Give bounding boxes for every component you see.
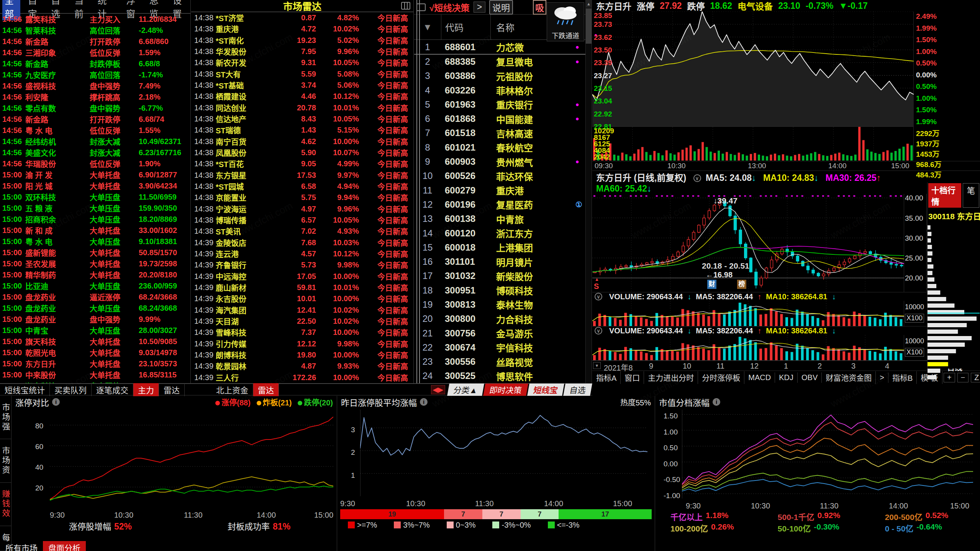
radar-row[interactable]: 14:39雪峰科技7.3710.00%今日新高 — [191, 327, 413, 338]
intraday-chart[interactable]: 23.8523.7323.6223.5023.3923.2723.1523.04… — [592, 11, 914, 126]
time-tick[interactable]: 13:00 — [748, 162, 766, 170]
stock-row[interactable]: 22300674宇信科技 — [414, 340, 585, 354]
indicator-tab-3[interactable]: 分时涨停板 — [698, 371, 744, 384]
radar-row[interactable]: 14:38*ST百花9.054.99%今日新高 — [191, 158, 413, 169]
ten-level-tab[interactable]: 十档行情 — [928, 183, 961, 208]
indicator-tab-1[interactable]: 窗口 — [621, 371, 644, 384]
right-tab-0[interactable]: 分类▲ — [447, 384, 484, 396]
time-tick[interactable]: 14:00 — [828, 162, 847, 170]
stock-row[interactable]: 7601518吉林高速 — [414, 126, 585, 140]
collapse-chevron-icon[interactable]: ∨ — [693, 174, 701, 182]
alert-row[interactable]: 14:56新金路打开跌停6.68/860 — [0, 36, 190, 47]
stock-row[interactable]: 14600120浙江东方 — [414, 226, 585, 240]
stock-row[interactable]: 10600526菲达环保 — [414, 169, 585, 183]
alert-row[interactable]: 15:00旗天科技大单托盘10.50/9085 — [0, 336, 190, 347]
stock-row[interactable]: 4603226菲林格尔 — [414, 83, 585, 97]
alert-row[interactable]: 14:56盛视科技盘中强势7.49% — [0, 80, 190, 92]
alert-row[interactable]: 15:00比亚迪大单压盘236.00/959 — [0, 280, 190, 292]
radar-row[interactable]: 14:38京能置业5.759.94%今日新高 — [191, 192, 413, 203]
info-marker-icon[interactable]: ① — [575, 200, 585, 209]
limit-compare-chart[interactable]: 80604020 — [11, 410, 337, 510]
all-markets-tab[interactable]: 所有市场 — [0, 541, 43, 551]
stock-row[interactable]: 15600018上港集团 — [414, 240, 585, 254]
indicator-tab-2[interactable]: 主力进出分时 — [644, 371, 698, 384]
alert-row[interactable]: 14:56九安医疗高位回落-1.74% — [0, 69, 190, 80]
list-tab-4[interactable]: 雷达 — [159, 383, 185, 396]
stock-row[interactable]: 24300525博思软件 — [414, 369, 585, 383]
alert-row[interactable]: 15:00精华制药大单托盘20.20/8180 — [0, 269, 190, 280]
alert-row[interactable]: 14:56智莱科技高位回落-2.48% — [0, 25, 190, 36]
alert-row[interactable]: 14:56露笑科技主力买入11.20/6834 — [0, 14, 190, 25]
help-button[interactable]: 说明 — [489, 0, 513, 15]
alert-row[interactable]: 15:00渝 开 发大单托盘6.90/12877 — [0, 169, 190, 180]
right-tab-3[interactable]: 自选 — [563, 384, 592, 396]
stock-row[interactable]: 9600903贵州燃气● — [414, 154, 585, 169]
cap-tier-chart[interactable]: 1.501.000.500.00-0.50-1.00 — [655, 410, 980, 501]
stock-row[interactable]: 16301101明月镜片 — [414, 254, 585, 269]
radar-row[interactable]: 14:39金陵饭店7.6810.03%今日新高 — [191, 237, 413, 248]
stock-row[interactable]: 8601021春秋航空 — [414, 140, 585, 154]
radar-row[interactable]: 14:38ST美讯7.024.93%今日新高 — [191, 226, 413, 237]
alert-row[interactable]: 15:00东方日升大单托盘23.10/3573 — [0, 358, 190, 369]
radar-row[interactable]: 14:39中远海控17.0510.00%今日新高 — [191, 271, 413, 282]
stock-row[interactable]: 2688385复旦微电● — [414, 54, 585, 69]
alert-row[interactable]: 14:56华瑞股份低位反弹1.90% — [0, 158, 190, 169]
radar-row[interactable]: 14:38凤凰股份5.9010.07%今日新高 — [191, 147, 413, 158]
alert-row[interactable]: 15:00乾照光电大单托盘9.03/14978 — [0, 347, 190, 358]
radar-row[interactable]: 14:38博瑞传播6.5710.05%今日新高 — [191, 215, 413, 226]
scroll-thumb[interactable] — [586, 8, 592, 44]
absorb-badge[interactable]: 吸 — [533, 0, 546, 15]
alert-row[interactable]: 14:56三湘印象低位反弹1.59% — [0, 47, 190, 58]
info-icon[interactable]: i — [52, 398, 60, 406]
indicator-tab-7[interactable]: 财富池资金图 — [822, 371, 876, 384]
alert-row[interactable]: 15:00盘龙药业逼近涨停68.24/3668 — [0, 292, 190, 303]
radar-row[interactable]: 14:38ST大有5.595.08%今日新高 — [191, 69, 413, 80]
radar-row[interactable]: 14:39天目湖22.5010.02%今日新高 — [191, 316, 413, 327]
collapse-chevron-icon[interactable]: ∨ — [595, 293, 602, 300]
stock-row[interactable]: 12600196复星医药① — [414, 197, 585, 212]
list-tab2-1[interactable]: 雷达 — [253, 383, 279, 396]
axis-dropdown-icon[interactable]: ▼ — [593, 362, 601, 369]
stock-row[interactable]: 17301032新柴股份 — [414, 269, 585, 283]
list-tab-1[interactable]: 买卖队列 — [50, 383, 92, 396]
info-icon[interactable]: i — [420, 398, 428, 406]
stock-row[interactable]: 5601963重庆银行● — [414, 97, 585, 112]
alert-row[interactable]: 14:56美盛文化封涨大减6.23/167716 — [0, 147, 190, 158]
industry-label[interactable]: 电气设备 — [737, 0, 773, 12]
list-scrollbar[interactable]: ▲ — [585, 0, 592, 383]
stock-row[interactable]: 21300756金马游乐 — [414, 326, 585, 340]
indicator-tab-4[interactable]: MACD — [744, 372, 775, 383]
alert-row[interactable]: 14:56粤 水 电低位反弹1.55% — [0, 125, 190, 136]
radar-row[interactable]: 14:38*ST园城6.584.94%今日新高 — [191, 181, 413, 192]
signal-dot-icon[interactable]: ● — [575, 101, 585, 108]
kline-chart[interactable]: ↓39.47 20.18 - 20.51 ←16.98 财 榜 S ▲ — [592, 194, 904, 292]
indicator-tab-5[interactable]: KDJ — [775, 372, 798, 383]
signal-dot-icon[interactable]: ● — [575, 115, 585, 122]
stock-row[interactable]: 19300813泰林生物 — [414, 297, 585, 312]
list-tab-2[interactable]: 逐笔成交 — [92, 383, 133, 396]
radar-row[interactable]: 14:38宁波海运4.979.96%今日新高 — [191, 203, 413, 215]
radar-row[interactable]: 14:39引力传媒12.129.98%今日新高 — [191, 338, 413, 349]
alert-row[interactable]: 15:00新 和 成大单托盘33.00/1602 — [0, 225, 190, 236]
alert-row[interactable]: 15:00粤 水 电大单压盘9.10/18381 — [0, 236, 190, 247]
indicator-tab-0[interactable]: 指标A — [592, 371, 621, 384]
alert-row[interactable]: 14:56经纬纺机封涨大减10.49/62371 — [0, 136, 190, 147]
collapse-chevron-icon[interactable]: ∨ — [595, 327, 602, 335]
bang-badge[interactable]: 榜 — [737, 280, 746, 289]
alert-row[interactable]: 15:00中来股份大单托盘16.85/3115 — [0, 369, 190, 380]
right-tab-1[interactable]: 即时决策 — [483, 384, 528, 396]
stock-row[interactable]: 6601868中国能建● — [414, 112, 585, 126]
signal-dot-icon[interactable]: ● — [575, 58, 585, 65]
list-tab-3[interactable]: 主力 — [133, 383, 159, 396]
radar-row[interactable]: 14:38同达创业20.7810.01%今日新高 — [191, 102, 413, 113]
time-tick[interactable]: 09:30 — [595, 162, 613, 170]
radar-row[interactable]: 14:39鹿山新材59.8110.01%今日新高 — [191, 282, 413, 293]
alert-row[interactable]: 15:00阳 光 城大单托盘3.90/64234 — [0, 180, 190, 192]
radar-row[interactable]: 14:38*ST南化19.235.02%今日新高 — [191, 35, 413, 46]
tick-tab[interactable]: 笔 — [963, 183, 979, 208]
alert-row[interactable]: 14:56新金路打开跌停6.68/74 — [0, 114, 190, 125]
stock-row[interactable]: 23300556丝路视觉 — [414, 355, 585, 369]
indicator-tab-6[interactable]: OBV — [798, 372, 822, 383]
alert-row[interactable]: 15:00招商积余大单压盘18.20/8869 — [0, 214, 190, 225]
alert-row[interactable]: 15:00盘龙药业盘中强势9.99% — [0, 314, 190, 325]
